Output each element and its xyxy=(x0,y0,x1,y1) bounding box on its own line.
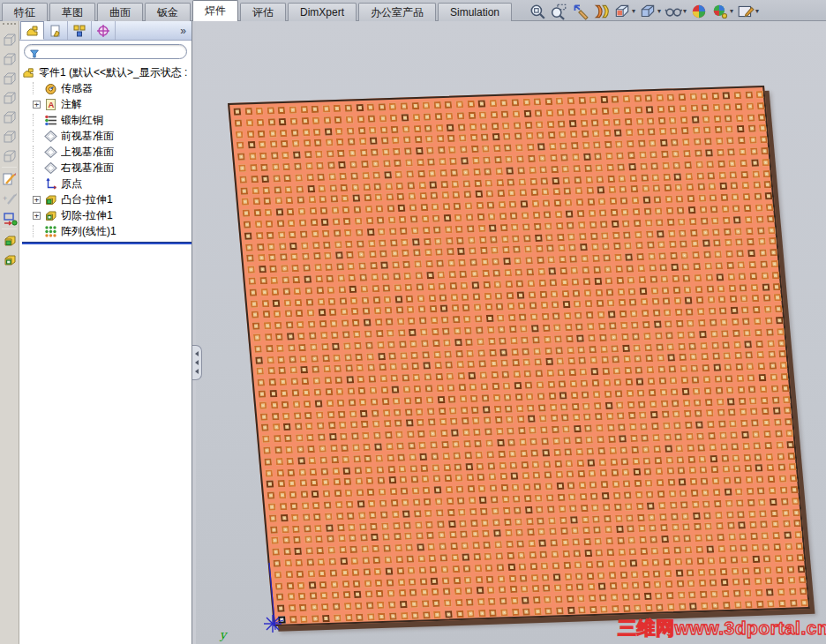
display-style-dropdown-arrow[interactable]: ▾ xyxy=(657,7,661,15)
tree-root[interactable]: 零件1 (默认<<默认>_显示状态 : xyxy=(22,64,191,80)
view-cube-icon[interactable] xyxy=(2,32,18,48)
pattern-cell xyxy=(471,281,479,288)
zoom-to-area-button[interactable] xyxy=(549,2,568,20)
rollback-bar[interactable] xyxy=(22,242,191,244)
view-settings-button[interactable]: ▾ xyxy=(736,2,760,20)
filter-box[interactable] xyxy=(24,44,187,59)
command-tab-8[interactable]: 办公室产品 xyxy=(358,3,436,21)
sketch-icon[interactable] xyxy=(2,171,18,187)
view-cube-icon[interactable] xyxy=(2,51,18,67)
command-tab-6[interactable]: 评估 xyxy=(240,3,286,21)
pattern-cell xyxy=(406,295,414,302)
view-cube-icon[interactable] xyxy=(2,90,18,106)
tree-item-annotations[interactable]: +A注解 xyxy=(22,96,191,112)
section-view-button[interactable] xyxy=(591,2,611,20)
pattern-cell xyxy=(432,214,440,221)
hide-show-items-dropdown-arrow[interactable]: ▾ xyxy=(683,7,687,15)
pattern-cell xyxy=(378,613,386,620)
pattern-cell xyxy=(417,159,424,166)
pattern-cell xyxy=(665,570,672,577)
extrude-boss-alt-icon[interactable] xyxy=(2,252,18,268)
panel-tab-configurationmanager[interactable] xyxy=(68,21,92,40)
tree-item-sensors[interactable]: 传感器 xyxy=(22,80,191,96)
tree-item-origin[interactable]: 原点 xyxy=(22,176,191,191)
command-tab-5[interactable]: 焊件 xyxy=(192,0,238,21)
pattern-cell xyxy=(316,535,324,543)
pattern-cell xyxy=(526,393,534,400)
tree-item-plane[interactable]: 前视基准面 xyxy=(22,128,191,144)
pattern-cell xyxy=(741,556,749,563)
pattern-cell xyxy=(770,509,778,516)
patterned-plate-model[interactable] xyxy=(228,86,810,626)
extrude-boss-icon[interactable] xyxy=(2,233,18,249)
expand-toggle[interactable]: + xyxy=(33,212,41,220)
view-cube-icon[interactable] xyxy=(2,71,18,86)
command-tab-4[interactable]: 钣金 xyxy=(145,3,191,21)
command-tab-1[interactable]: 特征 xyxy=(2,3,48,21)
panel-tab-dimxpertmanager[interactable] xyxy=(92,21,116,40)
pattern-cell xyxy=(697,432,705,439)
pattern-cell xyxy=(755,204,762,211)
view-cube-iso-icon[interactable] xyxy=(2,148,18,164)
pattern-cell xyxy=(509,586,517,593)
panel-tab-featuremanager[interactable] xyxy=(20,21,44,40)
tree-item-boss-extrude[interactable]: +凸台-拉伸1 xyxy=(22,191,191,207)
pattern-cell xyxy=(762,295,770,302)
pattern-cell xyxy=(519,563,527,570)
zoom-to-fit-button[interactable] xyxy=(528,2,547,20)
command-tab-9[interactable]: Simulation xyxy=(438,3,512,21)
pattern-cell xyxy=(377,602,385,609)
pattern-cell xyxy=(646,106,654,113)
expand-toggle[interactable]: + xyxy=(33,101,41,109)
edit-appearance-button[interactable] xyxy=(689,2,709,20)
display-style-button[interactable]: ▾ xyxy=(638,2,662,20)
tree-item-cut-extrude[interactable]: +切除-拉伸1 xyxy=(22,207,191,223)
pattern-cell xyxy=(711,217,719,224)
pattern-cell xyxy=(612,481,620,488)
command-tab-2[interactable]: 草图 xyxy=(49,3,95,21)
pattern-cell xyxy=(376,330,384,337)
pattern-cell xyxy=(407,556,415,563)
tree-item-plane[interactable]: 上视基准面 xyxy=(22,144,191,160)
pattern-cell xyxy=(424,113,432,120)
view-cube-icon[interactable] xyxy=(2,129,18,145)
view-orientation-dropdown-arrow[interactable]: ▾ xyxy=(632,7,635,15)
pattern-cell xyxy=(600,469,608,476)
command-tab-3[interactable]: 曲面 xyxy=(97,3,143,21)
pattern-cell xyxy=(501,110,509,117)
view-cube-icon[interactable] xyxy=(2,109,18,125)
hide-show-items-button[interactable]: ▾ xyxy=(664,2,687,20)
pattern-cell xyxy=(374,568,382,575)
pattern-cell xyxy=(672,535,680,543)
command-tab-7[interactable]: DimXpert xyxy=(288,3,357,21)
sketch-3d-icon[interactable]: + xyxy=(2,191,18,206)
pattern-cell xyxy=(300,490,308,498)
previous-view-button[interactable] xyxy=(570,2,589,20)
pattern-cell xyxy=(522,597,529,604)
pattern-cell xyxy=(748,386,756,393)
pattern-cell xyxy=(724,353,732,360)
toolbar-grip[interactable] xyxy=(3,23,16,28)
panel-collapse-handle[interactable] xyxy=(192,345,202,380)
origin-marker-icon[interactable] xyxy=(261,612,284,635)
tree-item-plane[interactable]: 右视基准面 xyxy=(22,160,191,176)
pattern-cell xyxy=(640,162,648,169)
pattern-cell xyxy=(464,327,472,334)
view-settings-dropdown-arrow[interactable]: ▾ xyxy=(755,7,759,15)
pattern-cell xyxy=(634,604,642,611)
panel-tab-propertymanager[interactable] xyxy=(44,21,68,40)
pattern-cell xyxy=(450,294,458,301)
convert-entities-icon[interactable] xyxy=(2,210,18,226)
panel-tab-overflow-chevron[interactable]: » xyxy=(180,25,191,40)
filter-input[interactable] xyxy=(42,46,182,57)
tree-item-material[interactable]: 锻制红铜 xyxy=(22,112,191,128)
tree-item-linear-pattern[interactable]: 阵列(线性)1 xyxy=(22,223,191,239)
pattern-cell xyxy=(341,569,349,576)
apply-scene-dropdown-arrow[interactable]: ▾ xyxy=(730,7,733,15)
pattern-cell xyxy=(554,585,562,592)
pattern-cell xyxy=(800,599,808,606)
graphics-viewport[interactable]: y 三维网www.3dportal.cn xyxy=(196,21,826,644)
view-orientation-button[interactable]: ▾ xyxy=(612,2,636,20)
expand-toggle[interactable]: + xyxy=(33,196,41,204)
apply-scene-button[interactable]: ▾ xyxy=(710,2,734,20)
